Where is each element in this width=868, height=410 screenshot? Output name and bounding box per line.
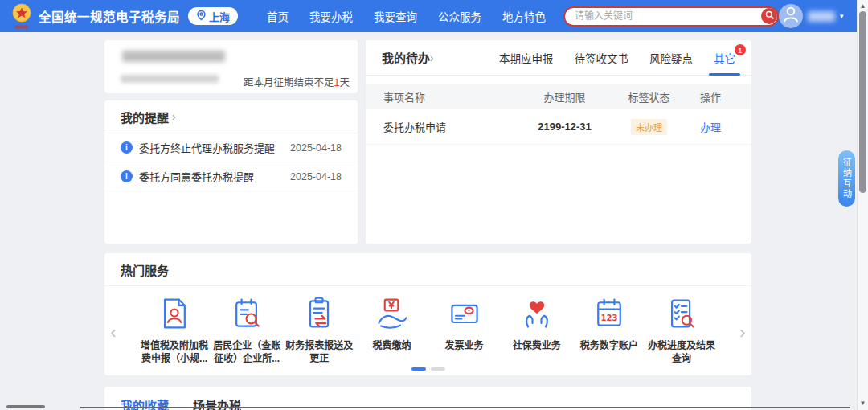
location-label: 上海: [209, 9, 230, 24]
tab-documents-to-sign[interactable]: 待签收文书: [575, 40, 629, 75]
service-tax-payment[interactable]: 税费缴纳: [355, 296, 428, 365]
avatar: [779, 4, 803, 28]
reminder-text: 委托方同意委托办税提醒: [139, 169, 254, 184]
service-label: 居民企业（查账 征收）企业所...: [213, 339, 280, 365]
document-person-icon: [157, 296, 192, 334]
hot-services-panel: 热门服务 ‹ › 增值税及附加税 费申报（小规...: [104, 253, 751, 375]
emblem-caption: [15, 26, 28, 28]
service-label: 税费缴纳: [372, 339, 411, 352]
tab-others[interactable]: 其它 1: [714, 40, 735, 75]
company-name-redacted: [122, 51, 225, 62]
nav-item-handle-tax[interactable]: 我要办税: [309, 8, 353, 24]
hot-services-list: 增值税及附加税 费申报（小规... 居民企业（查账 征收）企业所...: [104, 286, 751, 365]
tab-current-declarations[interactable]: 本期应申报: [499, 40, 554, 75]
todo-deadline: 2199-12-31: [518, 121, 611, 133]
tab-label: 本期应申报: [499, 50, 554, 66]
hot-services-header: 热门服务: [104, 253, 751, 286]
search-button[interactable]: [761, 8, 777, 24]
todo-table-header: 事项名称 办理期限 标签状态 操作: [366, 84, 751, 109]
carousel-dot-active[interactable]: [411, 367, 426, 371]
person-icon: [779, 4, 803, 28]
service-vat-surcharge-declaration[interactable]: 增值税及附加税 费申报（小规...: [138, 296, 211, 365]
carousel-dot[interactable]: [431, 367, 445, 371]
column-header-action: 操作: [687, 89, 734, 105]
top-navigation-bar: 全国统一规范电子税务局 上海 首页 我要办税 我要查询 公众服务 地方特色: [0, 0, 857, 32]
tab-label: 风险疑点: [649, 50, 693, 66]
vertical-scrollbar: ▲ ▼: [857, 0, 868, 410]
service-label: 财务报表报送及 更正: [285, 339, 353, 365]
tab-label: 其它: [714, 50, 735, 66]
main-nav: 首页 我要办税 我要查询 公众服务 地方特色: [267, 8, 546, 24]
taxpayer-id-redacted: [121, 75, 219, 83]
todos-more-arrow[interactable]: ›: [430, 52, 434, 64]
scroll-down-arrow[interactable]: ▼: [858, 400, 868, 408]
todos-header: 我的待办 › 本期应申报 待签收文书 风险疑点 其它 1: [366, 40, 751, 76]
reminder-text: 委托方终止代理办税服务提醒: [139, 140, 275, 155]
nav-item-query[interactable]: 我要查询: [374, 8, 417, 24]
reminders-title: 我的提醒: [121, 109, 169, 125]
service-resident-enterprise-income-tax[interactable]: 居民企业（查账 征收）企业所...: [211, 296, 283, 365]
search-box: [563, 6, 779, 27]
tab-label: 待签收文书: [575, 50, 629, 66]
service-tax-progress-query[interactable]: 办税进度及结果 查询: [645, 296, 718, 365]
service-social-insurance[interactable]: 社保费业务: [501, 296, 573, 365]
hand-yuan-icon: [374, 296, 409, 334]
scrollbar-thumb[interactable]: [859, 11, 866, 193]
checklist-magnifier-icon: [664, 296, 699, 334]
table-row: 委托办税申请 2199-12-31 未办理 办理: [366, 109, 751, 145]
service-label: 发票业务: [445, 339, 484, 352]
todo-tabs: 本期应申报 待签收文书 风险疑点 其它 1: [499, 40, 735, 75]
reminder-date: 2025-04-18: [290, 142, 342, 154]
filing-deadline-notice: 距本月征期结束不足1天: [244, 74, 350, 89]
nav-item-home[interactable]: 首页: [267, 8, 289, 24]
reminder-item[interactable]: i 委托方同意委托办税提醒 2025-04-18: [104, 162, 358, 191]
column-header-item-name: 事项名称: [383, 89, 518, 105]
reminder-date: 2025-04-18: [290, 171, 342, 182]
scroll-up-arrow[interactable]: ▲: [858, 2, 868, 10]
reminders-more-arrow[interactable]: ›: [172, 111, 176, 122]
report-swap-arrows-icon: [301, 296, 337, 334]
my-reminders-panel: 我的提醒 › i 委托方终止代理办税服务提醒 2025-04-18 i 委托方同…: [104, 100, 358, 244]
my-todos-panel: 我的待办 › 本期应申报 待签收文书 风险疑点 其它 1 事项名称 办理期限 标…: [366, 40, 751, 244]
column-header-status: 标签状态: [611, 89, 687, 105]
svg-text:123: 123: [600, 314, 617, 322]
todos-title: 我的待办: [382, 49, 430, 66]
service-label: 办税进度及结果 查询: [648, 339, 715, 365]
deadline-suffix: 天: [339, 77, 350, 88]
service-label: 税务数字账户: [580, 339, 638, 352]
location-pin-icon: [196, 10, 207, 23]
status-badge: 未办理: [631, 119, 667, 135]
info-icon: i: [121, 170, 133, 182]
info-icon: i: [121, 141, 133, 154]
carousel-pagination: [411, 367, 445, 371]
chevron-down-icon: ▾: [840, 12, 844, 20]
tab-count-badge: 1: [735, 44, 746, 55]
horizontal-scrollbar-thumb[interactable]: [6, 405, 45, 408]
search-input[interactable]: [563, 6, 779, 27]
service-tax-digital-account[interactable]: 123 税务数字账户: [573, 296, 645, 365]
booklet-magnifier-icon: [229, 296, 264, 334]
reminder-item[interactable]: i 委托方终止代理办税服务提醒 2025-04-18: [104, 133, 358, 162]
reminders-header: 我的提醒 ›: [104, 100, 358, 133]
taxpayer-info-card: 距本月征期结束不足1天: [104, 40, 358, 93]
hot-services-title: 热门服务: [121, 261, 169, 278]
username-redacted: [808, 11, 835, 22]
tax-bureau-emblem-logo: [11, 3, 32, 29]
service-financial-report-submission[interactable]: 财务报表报送及 更正: [283, 296, 355, 365]
service-label: 社保费业务: [513, 339, 561, 352]
service-invoice-business[interactable]: 发票业务: [428, 296, 501, 365]
calendar-123-icon: 123: [592, 296, 627, 334]
column-header-deadline: 办理期限: [518, 89, 611, 105]
handle-link[interactable]: 办理: [700, 121, 721, 133]
nav-item-public-service[interactable]: 公众服务: [438, 8, 481, 24]
tax-interaction-float-button[interactable]: 征纳互动: [838, 150, 855, 207]
service-label: 增值税及附加税 费申报（小规...: [141, 339, 208, 365]
hands-heart-icon: [519, 296, 555, 334]
todo-item-name: 委托办税申请: [383, 119, 518, 134]
user-menu[interactable]: ▾: [779, 4, 844, 28]
invoice-stamp-icon: [447, 296, 482, 334]
nav-item-local-features[interactable]: 地方特色: [502, 8, 546, 24]
tab-risk-points[interactable]: 风险疑点: [649, 40, 693, 75]
search-icon: [764, 10, 775, 23]
location-selector[interactable]: 上海: [188, 7, 238, 25]
